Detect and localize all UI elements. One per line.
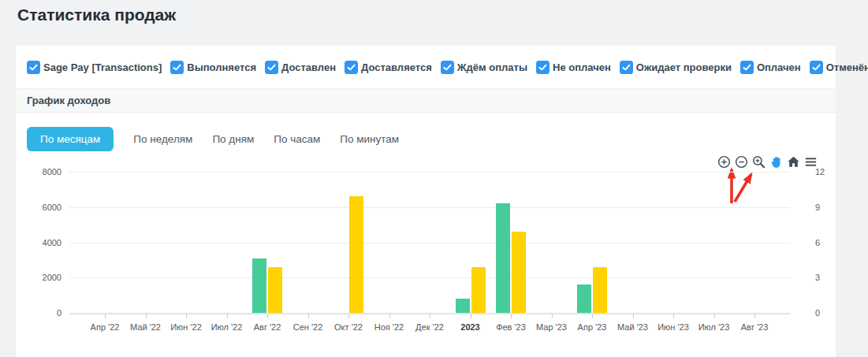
x-axis-tickmark xyxy=(430,314,430,318)
y-axis-right-tick-label: 12 xyxy=(815,167,825,177)
x-axis-tickmark xyxy=(511,314,512,318)
x-axis-tick-label: Фев '23 xyxy=(496,322,526,332)
y-axis-right-tick-label: 3 xyxy=(815,273,820,282)
x-axis-tick-label: Май '22 xyxy=(130,322,161,332)
y-axis-left-tick-label: 8000 xyxy=(22,167,61,177)
x-axis-tick-label: Окт '22 xyxy=(334,322,363,332)
gridline xyxy=(69,207,790,208)
revenue-chart: 00200034000660009800012Апр '22Май '22Июн… xyxy=(16,46,836,357)
bar-income-secondary-Апр '23 xyxy=(593,267,607,313)
x-axis-tick-label: Апр '22 xyxy=(91,322,120,332)
bar-income-secondary-Авг '22 xyxy=(268,267,282,313)
x-axis-tick-label: Июл '22 xyxy=(211,322,243,332)
gridline xyxy=(69,277,790,278)
home-icon[interactable] xyxy=(785,154,801,169)
gridline xyxy=(69,172,790,173)
gridline xyxy=(69,243,790,244)
bar-income-Апр '23 xyxy=(577,284,591,313)
x-axis-tickmark xyxy=(146,314,147,318)
x-axis-tickmark xyxy=(105,314,106,318)
y-axis-left-tick-label: 6000 xyxy=(22,203,61,212)
x-axis-tickmark xyxy=(308,314,309,318)
x-axis-tickmark xyxy=(714,314,715,318)
x-axis-tickmark xyxy=(186,314,187,318)
bar-income-secondary-2023 xyxy=(471,267,486,313)
y-axis-left-tick-label: 2000 xyxy=(22,273,61,282)
x-axis-tick-label: Мар '23 xyxy=(536,322,567,332)
x-axis-tick-label: Апр '23 xyxy=(578,322,607,332)
x-axis-tickmark xyxy=(389,314,390,318)
x-axis-tick-label: Июл '23 xyxy=(698,322,730,332)
y-axis-right-tick-label: 9 xyxy=(815,203,820,212)
bar-income-secondary-Окт '22 xyxy=(349,196,363,313)
zoom-in-icon[interactable] xyxy=(716,154,732,169)
pan-icon[interactable] xyxy=(768,154,784,169)
x-axis-tick-label: 2023 xyxy=(460,322,479,332)
zoom-out-icon[interactable] xyxy=(733,154,749,169)
x-axis-tick-label: Сен '22 xyxy=(293,322,323,332)
y-axis-right-tick-label: 0 xyxy=(815,308,820,318)
x-axis-tickmark xyxy=(267,314,268,318)
bar-income-Авг '22 xyxy=(252,258,266,313)
y-axis-right-tick-label: 6 xyxy=(815,238,820,247)
x-axis-tickmark xyxy=(552,314,553,318)
x-axis-tick-label: Июн '23 xyxy=(658,322,689,332)
content-card: Sage Pay [Transactions]ВыполняетсяДостав… xyxy=(16,46,836,357)
x-axis-tickmark xyxy=(227,314,228,318)
y-axis-left-tick-label: 4000 xyxy=(22,238,61,247)
x-axis-tickmark xyxy=(471,314,471,318)
bar-income-Фев '23 xyxy=(496,203,510,313)
y-axis-left-tick-label: 0 xyxy=(22,308,61,318)
x-axis-tick-label: Авг '23 xyxy=(741,322,769,332)
x-axis-tickmark xyxy=(754,314,755,318)
x-axis-tick-label: Авг '22 xyxy=(254,322,281,332)
x-axis-tickmark xyxy=(592,314,593,318)
bar-income-secondary-Фев '23 xyxy=(512,232,526,313)
x-axis-tickmark xyxy=(673,314,674,318)
x-axis-tick-label: Июн '22 xyxy=(170,322,202,332)
x-axis-tick-label: Дек '22 xyxy=(415,322,444,332)
x-axis-tickmark xyxy=(348,314,349,318)
x-axis-tick-label: Ноя '22 xyxy=(374,322,404,332)
selection-zoom-icon[interactable] xyxy=(751,154,766,169)
page-title: Статистика продаж xyxy=(17,6,176,24)
x-axis-tick-label: Май '23 xyxy=(617,322,648,332)
chart-toolbar xyxy=(716,154,818,169)
bar-income-2023 xyxy=(456,299,470,313)
x-axis-tickmark xyxy=(633,314,634,318)
